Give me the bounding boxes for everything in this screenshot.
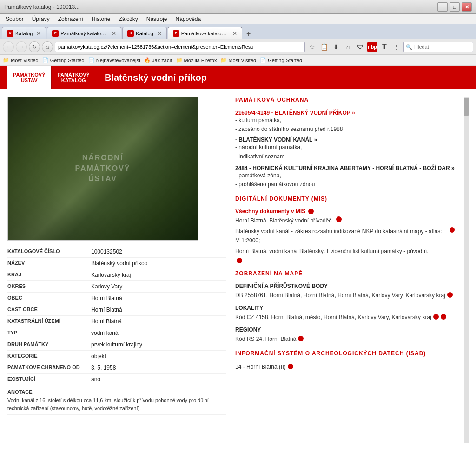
scrollbar-thumb[interactable] xyxy=(464,98,469,116)
text-kulturni-pamatka: - kulturní památka, xyxy=(235,116,455,125)
search-icon: 🔍 xyxy=(406,44,412,50)
more-icon[interactable]: ⋮ xyxy=(391,42,402,52)
table-row: KATALOGOVÉ ČÍSLO 1000132502 xyxy=(7,246,226,258)
home-icon2[interactable]: ⌂ xyxy=(343,42,353,52)
table-row: NÁZEV Blatěnský vodní příkop xyxy=(7,258,226,269)
text-indikativni: - indikativní seznam xyxy=(235,152,455,161)
bookmark-mozilla[interactable]: 📁 Mozilla Firefox xyxy=(176,57,217,63)
menu-upravy[interactable]: Úpravy xyxy=(28,15,53,23)
detail-label: NÁZEV xyxy=(7,260,91,267)
nbp-icon[interactable]: nbp xyxy=(367,42,377,52)
menubar: Soubor Úpravy Zobrazení Historie Záložky… xyxy=(0,14,476,24)
pamatkovy-ustav-nav[interactable]: PAMÁTKOVÝÚSTAV xyxy=(7,66,51,89)
doc-text-3: Horní Blatná, vodní kanál Blatěnský. Evi… xyxy=(235,247,429,256)
tab-close-4[interactable]: ✕ xyxy=(232,30,237,37)
bold-hornická-krajina: 2484 - HORNICKÁ KULTURNÍ KRAJINA ABERTAM… xyxy=(235,165,455,171)
dot-lokality-1 xyxy=(433,314,439,320)
detail-value: prvek kulturní krajiny xyxy=(91,341,142,348)
section-title-pamatka-ochrana: PAMÁTKOVÁ OCHRANA xyxy=(235,97,455,105)
tab-close-1[interactable]: ✕ xyxy=(36,30,41,37)
dot-doc-2 xyxy=(450,227,455,233)
right-panel: PAMÁTKOVÁ OCHRANA 21605/4-4149 - BLATĚNS… xyxy=(235,97,455,443)
download-icon[interactable]: ⬇ xyxy=(331,42,341,52)
tab-label-2: Památkový katalog - 100012... xyxy=(60,31,108,36)
bookmark-page-icon-3: 🔥 xyxy=(144,57,151,63)
menu-zalozky[interactable]: Záložky xyxy=(115,15,141,23)
tab-label-4: Památkový katalog - 100013... xyxy=(181,31,229,36)
menu-soubor[interactable]: Soubor xyxy=(2,15,27,23)
tab-katalog-2[interactable]: K Katalog ✕ xyxy=(122,27,166,39)
link-blatnsky-vodni-prikop[interactable]: 21605/4-4149 - BLATĚNSKÝ VODNÍ PŘÍKOP » xyxy=(235,110,355,116)
link-vsechny-dokumenty[interactable]: Všechny dokumenty v MIS xyxy=(235,208,455,215)
window-controls[interactable]: ─ □ ✕ xyxy=(437,2,472,12)
bookmarksbar: 📁 Most Visited 📄 Getting Started 📄 Nejna… xyxy=(0,55,476,66)
bookmark-label-4: Jak začít xyxy=(152,58,172,63)
pamatkovy-katalog-nav[interactable]: PAMÁTKOVÝKATALOG xyxy=(51,66,95,89)
table-row: KRAJ Karlovarský kraj xyxy=(7,269,226,281)
table-row: OKRES Karlovy Vary xyxy=(7,281,226,293)
doc-text-2: Blatěnský vodní kanál - zákres rozsahu i… xyxy=(235,227,447,245)
detail-label: OBEC xyxy=(7,295,91,301)
table-row: ČÁST OBCE Horní Blatná xyxy=(7,304,226,316)
bookmark-jak-zacit[interactable]: 🔥 Jak začít xyxy=(144,57,172,63)
doc-row-1: Horní Blatná, Blatěnský vodní přívaděč. xyxy=(235,216,455,225)
regiony-text: Kód RS 24, Horní Blatná xyxy=(235,335,296,344)
menu-historie[interactable]: Historie xyxy=(88,15,114,23)
link-mis[interactable]: Všechny dokumenty v MIS xyxy=(235,208,305,215)
detail-value: objekt xyxy=(91,353,106,359)
bookmark-getting-started-2[interactable]: 📄 Getting Started xyxy=(260,57,302,63)
doc-text-1: Horní Blatná, Blatěnský vodní přívaděč. xyxy=(235,216,333,225)
bookmark-label-2: Getting Started xyxy=(50,58,85,63)
tab-close-2[interactable]: ✕ xyxy=(112,30,116,37)
text-icon[interactable]: T xyxy=(379,42,390,52)
detail-label: KRAJ xyxy=(7,272,91,278)
window-title: Památkový katalog - 100013... xyxy=(4,4,79,10)
minimize-button[interactable]: ─ xyxy=(437,2,448,12)
forward-button[interactable]: → xyxy=(16,41,27,52)
bookmark-star-icon[interactable]: ☆ xyxy=(307,42,317,52)
watermark: NÁRODNÍPAMÁTKOVÝÚSTAV xyxy=(75,153,130,184)
refresh-button[interactable]: ↻ xyxy=(29,41,40,52)
address-input[interactable] xyxy=(55,42,305,52)
bookmark-most-visited-1[interactable]: 📁 Most Visited xyxy=(3,57,39,63)
dot-lokality-2 xyxy=(441,314,446,320)
search-input[interactable] xyxy=(403,42,473,52)
lokality-text: Kód CZ 4158, Horní Blatná, město, Horní … xyxy=(235,313,431,322)
tab-katalog-1[interactable]: K Katalog ✕ xyxy=(2,27,46,39)
menu-napoveda[interactable]: Nápověda xyxy=(172,15,205,23)
detail-value: Karlovarský kraj xyxy=(91,272,131,278)
back-button[interactable]: ← xyxy=(3,41,14,52)
addressbar: ← → ↻ ⌂ ☆ 📋 ⬇ ⌂ 🛡 nbp T ⋮ 🔍 xyxy=(0,39,476,55)
shield-icon[interactable]: 🛡 xyxy=(355,42,365,52)
bookmark-most-visited-2[interactable]: 📁 Most Visited xyxy=(220,57,256,63)
menu-nastroje[interactable]: Nástroje xyxy=(143,15,171,23)
lokality-row: Kód CZ 4158, Horní Blatná, město, Horní … xyxy=(235,313,455,322)
detail-label: EXISTUJÍCÍ xyxy=(7,376,91,383)
home-button[interactable]: ⌂ xyxy=(42,41,53,52)
text-zapsano: - zapsáno do státního seznamu před r.198… xyxy=(235,125,455,134)
tab-pamatkovy-1[interactable]: P Památkový katalog - 100012... ✕ xyxy=(47,27,121,39)
menu-zobrazeni[interactable]: Zobrazení xyxy=(54,15,87,23)
bookmark-nejnavstevovanejsi[interactable]: 📄 Nejnavštěvovanější xyxy=(88,57,140,63)
table-row: EXISTUJÍCÍ ano xyxy=(7,374,226,385)
subtitle-regiony: REGIONY xyxy=(235,326,455,333)
details-table: KATALOGOVÉ ČÍSLO 1000132502 NÁZEV Blatěn… xyxy=(7,246,226,415)
detail-value: 1000132502 xyxy=(91,248,122,255)
close-button[interactable]: ✕ xyxy=(462,2,472,12)
bookmark-getting-started-1[interactable]: 📄 Getting Started xyxy=(42,57,85,63)
section-title-isad: INFORMAČNÍ SYSTÉM O ARCHEOLOGICKÝCH DATE… xyxy=(235,350,455,359)
doc-row-3: Horní Blatná, vodní kanál Blatěnský. Evi… xyxy=(235,247,455,256)
bookmark-label-6: Most Visited xyxy=(228,58,256,63)
bookmark-page-icon-4: 📄 xyxy=(260,57,266,63)
bookmark-icon[interactable]: 📋 xyxy=(319,42,329,52)
tab-close-3[interactable]: ✕ xyxy=(157,30,162,37)
definicni-text: DB 2558761, Horní Blatná, Horní Blatná, … xyxy=(235,291,445,300)
tab-pamatkovy-2[interactable]: P Památkový katalog - 100013... ✕ xyxy=(168,27,242,39)
maximize-button[interactable]: □ xyxy=(450,2,460,12)
detail-value: Blatěnský vodní příkop xyxy=(91,260,147,267)
site-header-nav: PAMÁTKOVÝÚSTAV PAMÁTKOVÝKATALOG xyxy=(7,66,95,89)
tab-label-3: Katalog xyxy=(136,31,153,36)
new-tab-button[interactable]: + xyxy=(243,29,254,39)
site-header: PAMÁTKOVÝÚSTAV PAMÁTKOVÝKATALOG Blatěnsk… xyxy=(0,66,476,89)
right-scrollbar[interactable] xyxy=(464,97,469,443)
